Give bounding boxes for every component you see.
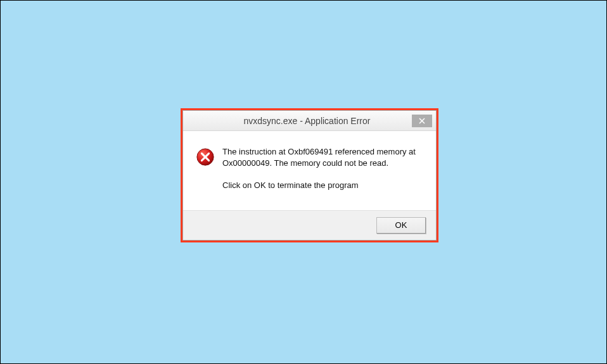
error-message-primary: The instruction at Oxbf069491 referenced…	[222, 146, 423, 168]
error-dialog: nvxdsync.exe - Application Error	[182, 110, 437, 241]
dialog-content: The instruction at Oxbf069491 referenced…	[183, 131, 436, 210]
dialog-title: nvxdsync.exe - Application Error	[183, 116, 412, 126]
message-block: The instruction at Oxbf069491 referenced…	[222, 146, 423, 191]
dialog-highlight-border: nvxdsync.exe - Application Error	[181, 108, 438, 242]
titlebar: nvxdsync.exe - Application Error	[183, 111, 436, 131]
close-button[interactable]	[412, 115, 432, 127]
error-message-secondary: Click on OK to terminate the program	[222, 180, 423, 191]
ok-button[interactable]: OK	[376, 217, 426, 234]
close-icon	[419, 115, 425, 127]
error-icon	[196, 147, 215, 166]
button-bar: OK	[183, 210, 436, 240]
